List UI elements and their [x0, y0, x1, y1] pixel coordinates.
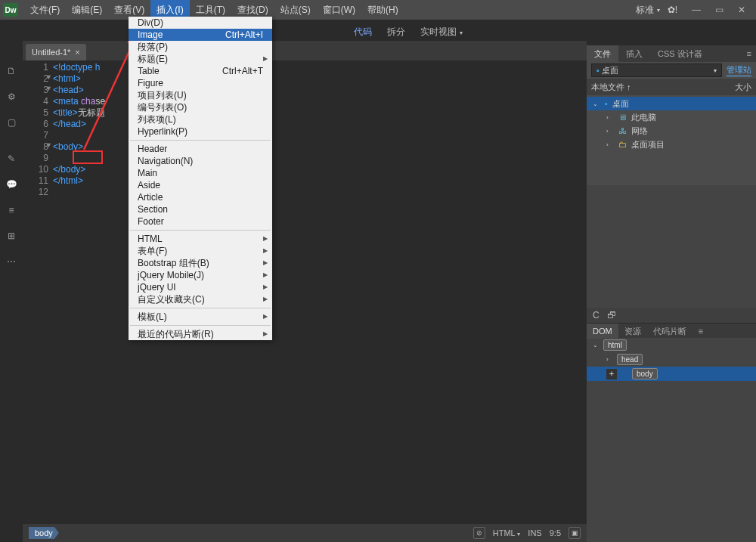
insert-item[interactable]: TableCtrl+Alt+T — [129, 65, 272, 77]
panel-menu-icon[interactable]: ≡ — [742, 45, 756, 62]
status-bar: body ⊘ HTML ▾ INS 9:5 ▣ — [23, 524, 587, 542]
tab-assets[interactable]: 资源 — [618, 324, 647, 339]
cursor-highlight-box — [73, 150, 103, 164]
document-tab[interactable]: Untitled-1* × — [26, 44, 86, 60]
insert-item[interactable]: HTML — [129, 233, 272, 245]
maximize-button[interactable]: ▭ — [708, 0, 730, 20]
view-split[interactable]: 拆分 — [387, 26, 405, 39]
menu-站点(S)[interactable]: 站点(S) — [274, 0, 317, 20]
insert-item[interactable]: Aside — [129, 179, 272, 191]
line-gutter: 123456789101112 — [23, 60, 53, 519]
tree-row[interactable]: ⌄▪桌面 — [587, 97, 756, 110]
dom-tree[interactable]: ⌄html›head+body — [587, 338, 756, 542]
workspace-selector[interactable]: 标准▾ — [636, 4, 660, 17]
refresh-icon[interactable]: C — [593, 310, 600, 321]
status-language[interactable]: HTML ▾ — [493, 528, 521, 537]
size-header: 大小 — [735, 82, 751, 93]
file-tree[interactable]: ⌄▪桌面›🖥此电脑›🖧网络›🗀桌面项目 — [587, 95, 756, 153]
tab-insert[interactable]: 插入 — [618, 45, 650, 62]
tab-files[interactable]: 文件 — [587, 45, 618, 62]
insert-item[interactable]: 列表项(L) — [129, 113, 272, 125]
status-overflow-icon[interactable]: ▣ — [569, 527, 581, 539]
tag-breadcrumb[interactable]: body — [29, 527, 59, 539]
menu-文件(F)[interactable]: 文件(F) — [24, 0, 66, 20]
menu-bar: Dw 文件(F)编辑(E)查看(V)插入(I)工具(T)查找(D)站点(S)窗口… — [0, 0, 756, 20]
insert-item[interactable]: Div(D) — [129, 17, 272, 29]
insert-menu-dropdown[interactable]: Div(D)ImageCtrl+Alt+I段落(P)标题(E)TableCtrl… — [129, 17, 272, 340]
dom-row[interactable]: ⌄html — [587, 338, 756, 352]
insert-item[interactable]: Main — [129, 167, 272, 179]
tool-collapse-icon[interactable]: ≡ — [4, 203, 19, 218]
insert-item[interactable]: Footer — [129, 215, 272, 228]
code-editor[interactable]: 123456789101112 <!doctype h<html><head><… — [23, 60, 587, 519]
insert-item[interactable]: 编号列表(O) — [129, 101, 272, 113]
insert-item[interactable]: jQuery UI — [129, 281, 272, 293]
app-icon: Dw — [3, 3, 18, 17]
status-cursor-pos: 9:5 — [550, 528, 561, 537]
tool-more-icon[interactable]: ⋯ — [4, 254, 19, 269]
expand-icon[interactable]: 🗗 — [607, 310, 616, 321]
tab-snippets[interactable]: 代码片断 — [647, 324, 692, 339]
left-toolbar: 🗋 ⚙ ▢ ✎ 💬 ≡ ⊞ ⋯ — [0, 60, 23, 269]
close-button[interactable]: ✕ — [730, 0, 753, 20]
minimize-button[interactable]: — — [685, 0, 708, 20]
error-status-icon[interactable]: ⊘ — [473, 527, 485, 539]
right-panel: 文件 插入 CSS 设计器 ≡ ▪ 桌面 ▾ 管理站 本地文件 ↑ 大小 ⌄▪桌… — [587, 45, 756, 542]
manage-sites-link[interactable]: 管理站 — [727, 64, 751, 76]
insert-item[interactable]: Header — [129, 143, 272, 155]
dom-panel-tabs: DOM 资源 代码片断 ≡ — [587, 323, 756, 338]
tool-file-icon[interactable]: 🗋 — [4, 63, 19, 79]
insert-item[interactable]: 自定义收藏夹(C) — [129, 293, 272, 305]
tree-row[interactable]: ›🖥此电脑 — [587, 110, 756, 124]
fold-toggle[interactable]: ▼ — [45, 141, 52, 149]
panel-menu-icon[interactable]: ≡ — [692, 324, 709, 339]
insert-item[interactable]: jQuery Mobile(J) — [129, 269, 272, 281]
insert-item[interactable]: Navigation(N) — [129, 155, 272, 167]
document-tab-bar: Untitled-1* × — [23, 41, 587, 60]
local-files-header[interactable]: 本地文件 ↑ — [591, 82, 631, 93]
insert-item[interactable]: 段落(P) — [129, 41, 272, 53]
dom-add-icon[interactable]: + — [606, 369, 617, 379]
files-panel-tabs: 文件 插入 CSS 设计器 ≡ — [587, 45, 756, 62]
settings-gear-icon[interactable]: ✿! — [668, 5, 677, 15]
menu-帮助(H)[interactable]: 帮助(H) — [361, 0, 404, 20]
dom-row[interactable]: ›head — [587, 352, 756, 367]
view-code[interactable]: 代码 — [354, 26, 372, 39]
insert-item[interactable]: ImageCtrl+Alt+I — [129, 29, 272, 41]
insert-item[interactable]: Section — [129, 203, 272, 215]
view-switcher: 代码 拆分 实时视图 ▾ — [227, 23, 590, 41]
tab-close-icon[interactable]: × — [75, 48, 79, 57]
insert-item[interactable]: Hyperlink(P) — [129, 125, 272, 138]
menu-窗口(W)[interactable]: 窗口(W) — [317, 0, 361, 20]
tool-preview-icon[interactable]: ▢ — [4, 115, 19, 130]
tool-settings-icon[interactable]: ⚙ — [4, 89, 19, 104]
tool-format-icon[interactable]: ⊞ — [4, 228, 19, 243]
site-selector[interactable]: ▪ 桌面 ▾ — [591, 63, 722, 77]
tab-dom[interactable]: DOM — [587, 324, 618, 339]
insert-item[interactable]: 模板(L) — [129, 311, 272, 323]
dom-row[interactable]: +body — [587, 367, 756, 381]
insert-item[interactable]: Article — [129, 191, 272, 203]
tool-comment-icon[interactable]: 💬 — [4, 177, 19, 192]
tool-brush-icon[interactable]: ✎ — [4, 151, 19, 166]
tree-row[interactable]: ›🗀桌面项目 — [587, 138, 756, 151]
insert-item[interactable]: Bootstrap 组件(B) — [129, 257, 272, 269]
menu-编辑(E)[interactable]: 编辑(E) — [66, 0, 108, 20]
fold-toggle[interactable]: ▼ — [45, 85, 52, 92]
insert-item[interactable]: Figure — [129, 77, 272, 89]
tab-css-designer[interactable]: CSS 设计器 — [650, 45, 710, 62]
insert-item[interactable]: 标题(E) — [129, 53, 272, 65]
insert-item[interactable]: 项目列表(U) — [129, 89, 272, 101]
status-insert-mode[interactable]: INS — [528, 528, 541, 537]
tree-row[interactable]: ›🖧网络 — [587, 124, 756, 138]
insert-item[interactable]: 表单(F) — [129, 245, 272, 257]
view-live[interactable]: 实时视图 ▾ — [420, 26, 462, 39]
insert-item[interactable]: 最近的代码片断(R) — [129, 328, 272, 340]
fold-toggle[interactable]: ▼ — [45, 73, 52, 81]
files-panel-toolbar: C 🗗 — [587, 308, 756, 323]
